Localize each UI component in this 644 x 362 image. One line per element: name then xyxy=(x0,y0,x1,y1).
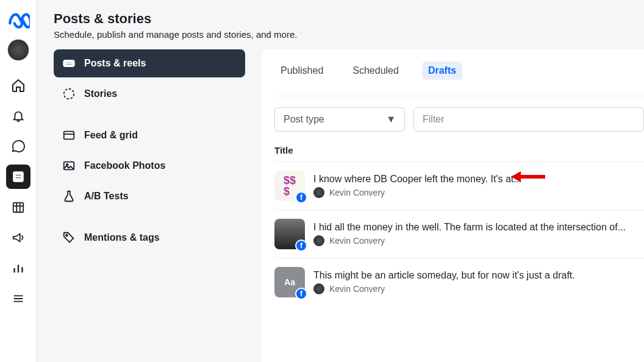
draft-row[interactable]: f I hid all the money in the well. The f… xyxy=(274,210,644,258)
ads-icon[interactable] xyxy=(6,225,30,250)
svg-rect-6 xyxy=(66,64,73,65)
content-icon[interactable] xyxy=(6,165,30,189)
svg-rect-8 xyxy=(64,132,74,140)
author-name: Kevin Convery xyxy=(329,284,385,294)
red-arrow-annotation xyxy=(510,169,546,186)
page-avatar[interactable] xyxy=(7,39,29,61)
menu-icon[interactable] xyxy=(6,286,30,311)
photos-icon xyxy=(62,159,76,172)
draft-title: I know where DB Cooper left the money. I… xyxy=(313,174,522,185)
nav-label: Mentions & tags xyxy=(84,232,160,243)
facebook-badge-icon: f xyxy=(295,288,307,300)
svg-rect-5 xyxy=(66,62,73,63)
posts-reels-icon xyxy=(62,57,76,70)
nav-label: Feed & grid xyxy=(84,130,138,141)
insights-icon[interactable] xyxy=(6,256,30,280)
facebook-badge-icon: f xyxy=(295,191,307,204)
draft-author: Kevin Convery xyxy=(313,187,522,198)
filters-row: Post type ▼ xyxy=(274,96,644,132)
facebook-badge-icon: f xyxy=(295,240,307,252)
nav-stories[interactable]: Stories xyxy=(54,80,245,108)
nav-label: Posts & reels xyxy=(84,58,146,69)
svg-point-11 xyxy=(66,235,68,236)
draft-title: I hid all the money in the well. The far… xyxy=(313,222,626,233)
post-type-select[interactable]: Post type ▼ xyxy=(274,107,405,132)
svg-rect-3 xyxy=(13,203,23,213)
tab-scheduled[interactable]: Scheduled xyxy=(346,62,405,80)
meta-logo[interactable] xyxy=(6,7,30,32)
author-name: Kevin Convery xyxy=(329,236,385,246)
nav-facebook-photos[interactable]: Facebook Photos xyxy=(54,152,245,180)
draft-text: I know where DB Cooper left the money. I… xyxy=(313,174,522,198)
nav-label: A/B Tests xyxy=(84,191,129,202)
draft-row[interactable]: Aa f This might be an article someday, b… xyxy=(274,258,644,306)
tag-icon xyxy=(62,231,76,244)
nav-posts-reels[interactable]: Posts & reels xyxy=(54,49,245,77)
author-avatar xyxy=(313,187,324,198)
tab-published[interactable]: Published xyxy=(274,62,329,80)
chevron-down-icon: ▼ xyxy=(386,114,396,125)
post-type-label: Post type xyxy=(284,114,324,125)
column-title: Title xyxy=(274,145,644,155)
home-icon[interactable] xyxy=(6,73,30,98)
draft-row[interactable]: $$$ f I know where DB Cooper left the mo… xyxy=(274,161,644,210)
svg-rect-2 xyxy=(15,177,21,179)
draft-text: I hid all the money in the well. The far… xyxy=(313,222,626,246)
nav-mentions-tags[interactable]: Mentions & tags xyxy=(54,224,245,252)
draft-author: Kevin Convery xyxy=(313,235,626,246)
page-title: Posts & stories xyxy=(54,11,644,27)
author-avatar xyxy=(313,235,324,246)
flask-icon xyxy=(62,190,76,203)
filter-input[interactable] xyxy=(413,107,644,132)
svg-rect-0 xyxy=(13,172,23,182)
left-rail xyxy=(0,0,37,362)
side-nav: Posts & reels Stories Feed & grid Facebo xyxy=(54,49,245,362)
page-header: Posts & stories Schedule, publish and ma… xyxy=(54,11,644,40)
nav-label: Stories xyxy=(84,88,117,99)
nav-ab-tests[interactable]: A/B Tests xyxy=(54,182,245,210)
svg-point-7 xyxy=(64,89,74,99)
draft-thumbnail: f xyxy=(274,219,305,249)
author-avatar xyxy=(313,283,324,294)
draft-text: This might be an article someday, but fo… xyxy=(313,270,575,294)
main-area: Posts & stories Schedule, publish and ma… xyxy=(37,0,644,362)
draft-thumbnail: Aa f xyxy=(274,267,305,297)
draft-title: This might be an article someday, but fo… xyxy=(313,270,575,281)
planner-icon[interactable] xyxy=(6,195,30,219)
tab-drafts[interactable]: Drafts xyxy=(422,62,462,80)
tabs: Published Scheduled Drafts xyxy=(274,62,644,80)
stories-icon xyxy=(62,87,76,101)
nav-label: Facebook Photos xyxy=(84,160,165,171)
feed-grid-icon xyxy=(62,129,76,142)
page-subtitle: Schedule, publish and manage posts and s… xyxy=(54,29,644,40)
content-panel: Published Scheduled Drafts Post type ▼ T… xyxy=(262,49,644,362)
draft-author: Kevin Convery xyxy=(313,283,575,294)
draft-thumbnail: $$$ f xyxy=(274,171,305,201)
notifications-icon[interactable] xyxy=(6,104,30,128)
content-row: Posts & reels Stories Feed & grid Facebo xyxy=(54,49,644,362)
nav-feed-grid[interactable]: Feed & grid xyxy=(54,121,245,149)
inbox-icon[interactable] xyxy=(6,134,30,158)
svg-rect-1 xyxy=(15,174,21,176)
author-name: Kevin Convery xyxy=(329,188,385,197)
